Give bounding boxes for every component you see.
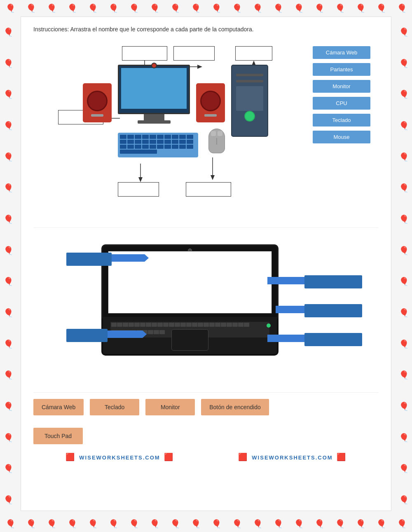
desktop-diagram — [58, 46, 289, 215]
desktop-answer-buttons: Cámara Web Parlantes Monitor CPU Teclado… — [313, 46, 370, 143]
balloon: 🎈 — [314, 519, 325, 529]
arrow-down-teclado — [136, 164, 145, 182]
balloon: 🎈 — [232, 519, 242, 529]
laptop-touchpad-label[interactable] — [304, 333, 362, 346]
webcam-dot — [151, 63, 157, 68]
balloon: 🎈 — [399, 27, 409, 37]
balloon: 🎈 — [397, 3, 407, 13]
border-right: 🎈 🎈 🎈 🎈 🎈 🎈 🎈 🎈 🎈 🎈 🎈 🎈 🎈 🎈 🎈 🎈 — [396, 16, 412, 516]
laptop-arrow-touchpad — [267, 335, 304, 342]
balloon: 🎈 — [129, 519, 139, 529]
balloon: 🎈 — [294, 519, 304, 529]
balloon: 🎈 — [273, 3, 283, 13]
bottom-btn-camara[interactable]: Cámara Web — [33, 399, 84, 415]
laptop-boton-label[interactable] — [304, 304, 362, 317]
balloon: 🎈 — [3, 277, 14, 286]
balloon: 🎈 — [399, 277, 409, 286]
answer-btn-mouse[interactable]: Mouse — [313, 131, 370, 143]
balloon: 🎈 — [3, 339, 14, 349]
balloon: 🎈 — [211, 519, 222, 529]
balloon: 🎈 — [3, 89, 14, 99]
mouse-illustration — [208, 129, 225, 153]
monitor-illustration — [118, 65, 190, 122]
balloon: 🎈 — [191, 3, 201, 13]
footer: 🟥 WISEWORKSHEETS.COM 🟥 🟥 WISEWORKSHEETS.… — [33, 452, 379, 462]
arrow-down-mouse — [208, 157, 217, 180]
right-speaker — [196, 83, 225, 122]
laptop-arrow-boton — [276, 306, 304, 313]
mouse-label-box[interactable] — [186, 182, 231, 197]
laptop-power-btn-visual — [267, 323, 271, 328]
teclado-label-box[interactable] — [118, 182, 159, 197]
laptop-teclado-label[interactable] — [66, 329, 108, 342]
answer-btn-parlantes[interactable]: Parlantes — [313, 63, 370, 76]
balloon: 🎈 — [129, 3, 139, 13]
balloon: 🎈 — [399, 183, 409, 193]
bottom-btn-touchpad[interactable]: Touch Pad — [33, 428, 83, 444]
svg-marker-3 — [197, 65, 202, 69]
bottom-answers-section: Cámara Web Teclado Monitor Botón de ence… — [33, 392, 379, 444]
balloon: 🎈 — [3, 495, 14, 505]
balloon: 🎈 — [67, 519, 77, 529]
balloon: 🎈 — [335, 519, 345, 529]
balloon: 🎈 — [3, 59, 14, 68]
balloon: 🎈 — [253, 3, 263, 13]
balloon: 🎈 — [26, 3, 36, 13]
balloon: 🎈 — [3, 152, 14, 162]
balloon: 🎈 — [191, 519, 201, 529]
balloon: 🎈 — [47, 3, 57, 13]
balloon: 🎈 — [108, 3, 119, 13]
balloon: 🎈 — [273, 519, 283, 529]
balloon: 🎈 — [170, 519, 180, 529]
balloon: 🎈 — [5, 519, 16, 529]
laptop-area — [33, 232, 379, 380]
instructions-text: Instrucciones: Arrastra el nombre que le… — [33, 25, 379, 34]
balloon: 🎈 — [3, 183, 14, 193]
webcam-label-box[interactable] — [173, 46, 215, 61]
desktop-section: Cámara Web Parlantes Monitor CPU Teclado… — [33, 42, 379, 219]
balloon: 🎈 — [88, 3, 98, 13]
speaker-cone — [87, 91, 108, 111]
laptop-arrow-teclado — [108, 330, 143, 338]
balloon: 🎈 — [108, 519, 119, 529]
balloon: 🎈 — [3, 433, 14, 443]
page-content: Instrucciones: Arrastra el nombre que le… — [21, 16, 391, 511]
balloon: 🎈 — [253, 519, 263, 529]
balloon: 🎈 — [376, 3, 386, 13]
power-button — [244, 111, 255, 122]
answer-btn-teclado[interactable]: Teclado — [313, 114, 370, 127]
keyboard-illustration — [118, 133, 198, 157]
footer-text-2: 🟥 WISEWORKSHEETS.COM 🟥 — [238, 452, 347, 462]
answer-btn-cpu[interactable]: CPU — [313, 97, 370, 110]
answer-btn-monitor[interactable]: Monitor — [313, 80, 370, 93]
cpu-label-box[interactable] — [235, 46, 272, 61]
svg-marker-11 — [211, 175, 215, 180]
balloon: 🎈 — [3, 121, 14, 131]
balloon: 🎈 — [232, 3, 242, 13]
balloon: 🎈 — [335, 3, 345, 13]
balloon: 🎈 — [88, 519, 98, 529]
footer-text-1: 🟥 WISEWORKSHEETS.COM 🟥 — [66, 452, 174, 462]
balloon: 🎈 — [399, 152, 409, 162]
bottom-btn-teclado[interactable]: Teclado — [90, 399, 139, 415]
laptop-monitor-label[interactable] — [304, 275, 362, 288]
balloon: 🎈 — [3, 464, 14, 473]
balloon: 🎈 — [399, 121, 409, 131]
balloon: 🎈 — [3, 370, 14, 380]
balloon: 🎈 — [399, 495, 409, 505]
balloon: 🎈 — [3, 246, 14, 255]
balloon: 🎈 — [5, 3, 16, 13]
answer-btn-camara-web[interactable]: Cámara Web — [313, 46, 370, 59]
balloon: 🎈 — [397, 519, 407, 529]
balloon: 🎈 — [314, 3, 325, 13]
balloon: 🎈 — [211, 3, 222, 13]
balloon: 🎈 — [399, 464, 409, 473]
bottom-btn-boton-encendido[interactable]: Botón de encendido — [201, 399, 269, 415]
balloon: 🎈 — [356, 3, 366, 13]
bottom-btn-monitor[interactable]: Monitor — [145, 399, 195, 415]
balloon: 🎈 — [399, 370, 409, 380]
balloon: 🎈 — [294, 3, 304, 13]
balloon: 🎈 — [3, 214, 14, 224]
monitor-label-box[interactable] — [122, 46, 167, 61]
laptop-camara-label[interactable] — [66, 253, 112, 266]
